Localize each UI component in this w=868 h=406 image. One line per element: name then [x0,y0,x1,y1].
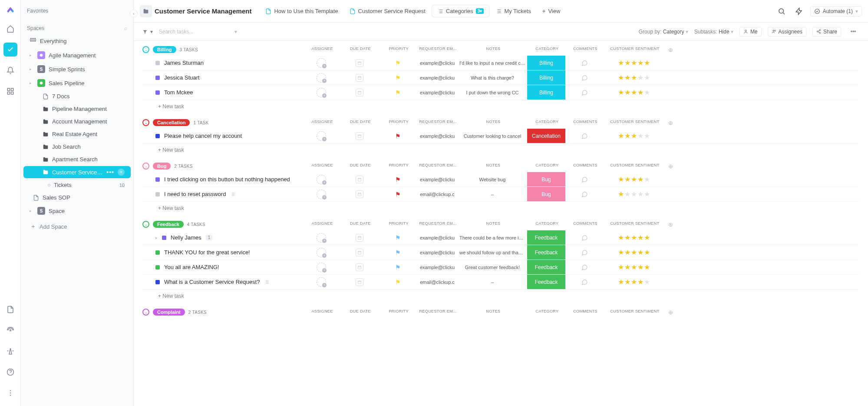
sentiment-cell[interactable]: ★★★★★ [604,260,664,274]
new-task-button[interactable]: + New task [142,100,859,110]
email-cell[interactable]: email@clickup.c [417,187,458,201]
notes-cell[interactable]: Customer looking to cancel [458,129,527,143]
assignees-button[interactable]: Assignees [768,27,806,37]
tab-0[interactable]: How to Use this Template [260,5,343,17]
column-head[interactable]: ASSIGNEE [303,120,341,126]
column-head[interactable]: CUSTOMER SENTIMENT [604,47,665,53]
column-head[interactable]: CATEGORY [528,163,566,170]
task-row[interactable]: Please help cancel my account⚑example@cl… [142,129,859,143]
email-cell[interactable]: example@clicku [417,260,458,274]
category-cell[interactable]: Cancellation [527,129,565,143]
status-icon[interactable] [155,61,160,65]
sentiment-cell[interactable]: ★★★★★ [604,56,664,70]
folder-icon[interactable] [140,5,152,17]
task-name[interactable]: What is a Customer Service Request? [164,279,260,285]
task-name[interactable]: Nelly James [171,234,201,241]
assignee-cell[interactable] [302,260,340,274]
column-head[interactable]: ASSIGNEE [303,163,341,170]
priority-cell[interactable]: ⚑ [379,172,417,186]
task-name[interactable]: You all are AMAZING! [164,264,219,270]
priority-cell[interactable]: ⚑ [379,56,417,70]
notes-cell[interactable]: There could be a few more im… [458,230,527,245]
task-row[interactable]: I tried clicking on this button but noth… [142,172,859,187]
column-head[interactable]: REQUESTOR EM… [418,47,459,53]
category-cell[interactable]: Feedback [527,245,565,260]
filter-button[interactable]: ▾ [142,29,153,35]
new-task-button[interactable]: + New task [142,202,859,211]
subtask-badge[interactable]: 1 [206,235,213,240]
app-logo[interactable] [5,4,16,15]
column-head[interactable]: CATEGORY [528,120,566,126]
category-cell[interactable]: Feedback [527,260,565,274]
column-head[interactable]: CATEGORY [528,309,566,316]
assignee-cell[interactable] [302,85,340,100]
share-button[interactable]: Share [812,27,841,37]
task-name[interactable]: THANK YOU for the great service! [164,249,250,256]
assignee-cell[interactable] [302,187,340,201]
collapse-group-icon[interactable]: ⌄ [142,119,149,126]
column-head[interactable]: NOTES [459,47,528,53]
notes-cell[interactable]: What is this charge? [458,70,527,85]
duedate-cell[interactable] [340,245,379,260]
task-row[interactable]: James Sturman⚑example@clickuI'd like to … [142,56,859,70]
notes-cell[interactable]: Great customer feedback! [458,260,527,274]
comments-cell[interactable] [565,56,604,70]
status-icon[interactable] [155,76,160,80]
priority-cell[interactable]: ⚑ [379,187,417,201]
column-head[interactable]: ASSIGNEE [303,221,341,228]
status-icon[interactable] [155,250,160,255]
status-icon[interactable] [155,134,160,138]
assignee-cell[interactable] [302,245,340,260]
comments-cell[interactable] [565,70,604,85]
column-head[interactable]: PRIORITY [380,309,418,316]
assignee-cell[interactable] [302,56,340,70]
duedate-cell[interactable] [340,172,379,186]
duedate-cell[interactable] [340,129,379,143]
task-name[interactable]: James Sturman [164,60,204,66]
column-head[interactable]: COMMENTS [566,221,604,228]
spaces-section[interactable]: Spaces⌕ [21,23,133,34]
assignee-cell[interactable] [302,275,340,289]
sentiment-cell[interactable]: ★★★★★ [604,245,664,260]
task-name[interactable]: Please help cancel my account [164,133,242,139]
column-head[interactable]: DUE DATE [341,47,380,53]
column-head[interactable]: CUSTOMER SENTIMENT [604,309,665,316]
notifications-icon[interactable] [3,63,17,77]
comments-cell[interactable] [565,260,604,274]
column-head[interactable]: ASSIGNEE [303,47,341,53]
category-cell[interactable]: Billing [527,70,565,85]
doc-icon[interactable] [264,280,269,285]
column-head[interactable]: NOTES [459,309,528,316]
email-cell[interactable]: example@clicku [417,230,458,245]
category-cell[interactable]: Billing [527,56,565,70]
sidebar-item-4[interactable]: Pipeline Management [23,103,131,115]
add-column-icon[interactable]: ⊕ [665,163,676,170]
duedate-cell[interactable] [340,56,379,70]
email-cell[interactable]: example@clicku [417,85,458,100]
column-head[interactable]: COMMENTS [566,309,604,316]
priority-cell[interactable]: ⚑ [379,245,417,260]
column-head[interactable]: NOTES [459,163,528,170]
collapse-group-icon[interactable]: ⌄ [142,46,149,53]
add-icon[interactable]: + [118,169,125,176]
comments-cell[interactable] [565,187,604,201]
column-head[interactable]: ASSIGNEE [303,309,341,316]
column-head[interactable]: NOTES [459,221,528,228]
sidebar-item-8[interactable]: Apartment Search [23,153,131,165]
duedate-cell[interactable] [340,275,379,289]
email-cell[interactable]: example@clicku [417,245,458,260]
groupby-dropdown[interactable]: Group by: Category ▾ [639,29,688,35]
task-row[interactable]: THANK YOU for the great service!⚑example… [142,245,859,260]
comments-cell[interactable] [565,85,604,100]
group-chip[interactable]: Cancellation [153,119,190,126]
category-cell[interactable]: Feedback [527,275,565,289]
assignee-cell[interactable] [302,70,340,85]
bolt-icon[interactable] [793,5,805,17]
sidebar-item-6[interactable]: Real Estate Agent [23,128,131,140]
task-name[interactable]: I tried clicking on this button but noth… [164,176,290,183]
goals-icon[interactable] [3,344,17,358]
priority-cell[interactable]: ⚑ [379,70,417,85]
email-cell[interactable]: example@clicku [417,172,458,186]
comments-cell[interactable] [565,245,604,260]
group-chip[interactable]: Complaint [153,309,185,316]
